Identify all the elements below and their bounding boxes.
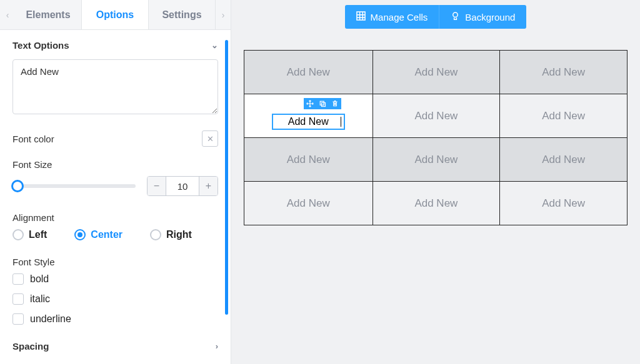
svg-point-1 [453, 12, 458, 17]
spacing-label: Spacing [12, 341, 49, 352]
table-cell[interactable]: Add New [244, 138, 373, 182]
tabs-scroll-left[interactable]: ‹ [0, 10, 15, 20]
close-icon: ✕ [207, 134, 214, 144]
font-size-increment[interactable]: + [199, 177, 218, 195]
table-row: Add New Add New Add New [244, 94, 628, 138]
manage-cells-button[interactable]: Manage Cells [345, 5, 440, 29]
alignment-left[interactable]: Left [12, 229, 47, 240]
font-size-slider[interactable] [12, 184, 136, 188]
checkbox-icon [12, 273, 24, 285]
chevron-down-icon: ⌄ [211, 41, 218, 50]
font-size-stepper: − + [147, 176, 218, 196]
font-style-italic[interactable]: italic [12, 293, 218, 305]
checkbox-icon [12, 313, 24, 325]
table-cell-selected[interactable]: Add New [244, 94, 373, 138]
options-panel: Text Options ⌄ Add New Font color ✕ Font… [0, 30, 231, 364]
copy-icon[interactable] [316, 98, 329, 109]
tabs-scroll-right[interactable]: › [216, 10, 231, 20]
table-grid: Add New Add New Add New Add New Add New … [244, 50, 628, 225]
svg-rect-2 [320, 101, 324, 105]
tabs-bar: ‹ Elements Options Settings › [0, 0, 231, 30]
table-cell[interactable]: Add New [244, 51, 373, 94]
radio-icon [74, 229, 86, 240]
text-content-input[interactable]: Add New [12, 59, 218, 114]
bulb-icon [451, 11, 460, 22]
font-color-label: Font color [12, 134, 54, 144]
table-cell[interactable]: Add New [372, 138, 500, 182]
table-row: Add New Add New Add New [244, 51, 628, 94]
text-options-label: Text Options [12, 40, 69, 51]
text-options-header[interactable]: Text Options ⌄ [12, 40, 218, 51]
move-icon[interactable] [304, 98, 316, 109]
alignment-label: Alignment [12, 212, 218, 223]
tab-settings[interactable]: Settings [149, 0, 216, 29]
table-row: Add New Add New Add New [244, 182, 628, 225]
svg-rect-3 [321, 103, 325, 107]
table-cell[interactable]: Add New [500, 94, 628, 138]
table-cell[interactable]: Add New [372, 182, 500, 225]
trash-icon[interactable] [329, 98, 341, 109]
font-color-clear[interactable]: ✕ [202, 130, 218, 147]
table-row: Add New Add New Add New [244, 138, 628, 182]
svg-rect-0 [357, 12, 365, 20]
table-cell[interactable]: Add New [500, 51, 628, 94]
table-cell[interactable]: Add New [372, 94, 500, 138]
font-style-bold[interactable]: bold [12, 273, 218, 285]
chevron-right-icon: › [216, 342, 218, 351]
table-cell[interactable]: Add New [372, 51, 500, 94]
font-size-label: Font Size [12, 159, 218, 170]
tab-options[interactable]: Options [82, 0, 149, 29]
font-size-decrement[interactable]: − [148, 177, 166, 195]
tab-elements[interactable]: Elements [15, 0, 82, 29]
font-style-underline[interactable]: underline [12, 313, 218, 325]
background-button[interactable]: Background [439, 5, 526, 29]
cell-action-bar [304, 98, 341, 109]
canvas: Manage Cells Background Add New Add New … [231, 0, 640, 364]
checkbox-icon [12, 293, 24, 305]
font-style-group: bold italic underline [12, 273, 218, 325]
radio-icon [150, 229, 161, 240]
table-cell[interactable]: Add New [500, 182, 628, 225]
alignment-center[interactable]: Center [74, 229, 122, 240]
spacing-header[interactable]: Spacing › [12, 341, 218, 352]
font-style-label: Font Style [12, 257, 218, 267]
cell-text-edit[interactable]: Add New [272, 114, 345, 130]
alignment-group: Left Center Right [12, 229, 218, 240]
grid-icon [356, 11, 366, 22]
alignment-right[interactable]: Right [150, 229, 192, 240]
font-size-input[interactable] [166, 181, 199, 192]
top-toolbar: Manage Cells Background [345, 5, 527, 29]
font-size-slider-thumb[interactable] [11, 180, 24, 192]
table-cell[interactable]: Add New [500, 138, 628, 182]
table-cell[interactable]: Add New [244, 182, 373, 225]
radio-icon [12, 229, 24, 240]
